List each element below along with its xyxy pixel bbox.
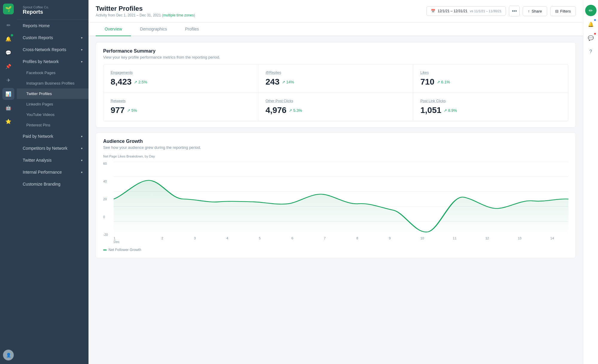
metric-other-clicks: Other Post Clicks 4,976 ↗ 5.3% (258, 93, 413, 121)
metric-label: Engagements (111, 71, 251, 75)
sidebar-item-twitter[interactable]: Twitter Profiles (17, 88, 89, 99)
page-title: Twitter Profiles (96, 5, 195, 13)
company-name: Sprout Coffee Co. (23, 5, 83, 9)
nav-tasks[interactable]: 📌 (2, 60, 14, 72)
chevron-icon: ▾ (81, 36, 83, 39)
metric-label: @Replies (266, 71, 406, 75)
header-actions: 📅 12/1/21 – 12/31/21 vs 11/1/21 – 11/30/… (426, 6, 576, 16)
sidebar-item-instagram[interactable]: Instagram Business Profiles (17, 78, 89, 88)
metric-change: ↗ 2.5% (134, 80, 147, 84)
chat-icon[interactable]: 💬 (585, 32, 597, 44)
sidebar: Sprout Coffee Co. Reports Reports Home C… (17, 0, 89, 364)
nav-favorites[interactable]: ⭐ (2, 115, 14, 127)
sidebar-item-internal[interactable]: Internal Performance ▾ (17, 166, 89, 178)
sidebar-item-facebook[interactable]: Facebook Pages (17, 68, 89, 78)
sidebar-item-competitors[interactable]: Competitors by Network ▾ (17, 142, 89, 154)
notification-dot (594, 19, 597, 22)
chevron-icon: ▾ (81, 159, 83, 162)
chevron-icon: ▾ (81, 147, 83, 150)
nav-reports[interactable]: 📊 (2, 88, 14, 100)
metric-value: 977 ↗ 5% (111, 105, 251, 115)
sidebar-item-youtube[interactable]: YouTube Videos (17, 109, 89, 120)
metric-label: Likes (420, 71, 561, 75)
nav-notifications[interactable]: 🔔 (2, 33, 14, 45)
user-avatar[interactable]: 👤 (3, 350, 14, 360)
sidebar-item-twitter-analysis[interactable]: Twitter Analysis ▾ (17, 154, 89, 166)
notification-badge (11, 34, 13, 36)
metric-change: ↗ 5.3% (289, 108, 302, 113)
metric-change: ↗ 6.1% (437, 80, 450, 84)
audience-growth-subtitle: See how your audience grew during the re… (103, 145, 568, 150)
y-axis: 60 40 20 0 -20 (103, 162, 114, 236)
metric-value: 710 ↗ 6.1% (420, 77, 561, 87)
share-button[interactable]: ↑ Share (523, 6, 547, 16)
section-title: Reports (23, 9, 83, 15)
performance-summary-subtitle: View your key profile performance metric… (103, 55, 568, 59)
metric-replies: @Replies 243 ↗ 14% (258, 65, 413, 93)
edit-button[interactable]: ✏ (585, 5, 597, 16)
metric-value: 8,423 ↗ 2.5% (111, 77, 251, 87)
chat-badge (594, 32, 597, 35)
sidebar-item-paid[interactable]: Paid by Network ▾ (17, 130, 89, 142)
nav-messages[interactable]: 💬 (2, 47, 14, 59)
chart-inner (114, 162, 568, 236)
content-area: Performance Summary View your key profil… (89, 36, 583, 364)
header-left: Twitter Profiles Activity from Dec 1, 20… (96, 5, 195, 17)
metric-engagements: Engagements 8,423 ↗ 2.5% (103, 65, 258, 93)
chart-area: 60 40 20 0 -20 (103, 162, 568, 245)
sidebar-header: Sprout Coffee Co. Reports (17, 0, 89, 20)
sidebar-item-linkedin[interactable]: LinkedIn Pages (17, 99, 89, 109)
line-chart-svg (114, 162, 568, 236)
metric-label: Post Link Clicks (420, 99, 561, 103)
calendar-icon: 📅 (431, 9, 435, 13)
nav-listening[interactable]: 🤖 (2, 102, 14, 114)
tab-demographics[interactable]: Demographics (131, 22, 176, 36)
metric-value: 1,051 ↗ 8.9% (420, 105, 561, 115)
nav-compose[interactable]: ✏ (2, 19, 14, 31)
nav-publishing[interactable]: ✈ (2, 74, 14, 86)
tab-overview[interactable]: Overview (96, 22, 131, 36)
sidebar-item-pinterest[interactable]: Pinterest Pins (17, 120, 89, 130)
legend-color (103, 250, 107, 250)
metric-label: Retweets (111, 99, 251, 103)
metric-value: 4,976 ↗ 5.3% (266, 105, 406, 115)
metric-change: ↗ 14% (282, 80, 294, 84)
filter-icon: ⊟ (555, 9, 559, 13)
sidebar-item-reports-home[interactable]: Reports Home (17, 20, 89, 32)
metric-label: Other Post Clicks (266, 99, 406, 103)
performance-summary-card: Performance Summary View your key profil… (96, 42, 576, 128)
tab-bar: Overview Demographics Profiles (89, 22, 583, 36)
audience-growth-title: Audience Growth (103, 139, 568, 144)
metric-change: ↗ 8.9% (444, 108, 457, 113)
metric-likes: Likes 710 ↗ 6.1% (413, 65, 568, 93)
chevron-icon: ▾ (81, 171, 83, 174)
sidebar-item-profiles-by-network[interactable]: Profiles by Network ▾ (17, 56, 89, 68)
sidebar-item-cross-network[interactable]: Cross-Network Reports ▾ (17, 44, 89, 56)
x-axis: 1Dec 2 3 4 5 6 7 8 9 10 11 12 13 14 (114, 236, 568, 245)
chevron-icon: ▾ (81, 135, 83, 138)
sidebar-item-custom-reports[interactable]: Custom Reports ▾ (17, 32, 89, 44)
legend-item-follower-growth: Net Follower Growth (103, 248, 141, 252)
metric-retweets: Retweets 977 ↗ 5% (103, 93, 258, 121)
main-header: Twitter Profiles Activity from Dec 1, 20… (89, 0, 583, 22)
audience-growth-card: Audience Growth See how your audience gr… (96, 132, 576, 258)
help-icon[interactable]: ? (585, 46, 597, 57)
chart-label: Net Page Likes Breakdown, by Day (103, 155, 568, 158)
chart-legend: Net Follower Growth (103, 248, 568, 252)
share-icon: ↑ (528, 9, 530, 13)
metric-value: 243 ↗ 14% (266, 77, 406, 87)
app-logo: 🌱 (3, 4, 14, 14)
filters-button[interactable]: ⊟ Filters (550, 6, 576, 16)
more-options-button[interactable]: ••• (509, 6, 520, 16)
sidebar-item-branding[interactable]: Customize Branding (17, 178, 89, 190)
main-content: Twitter Profiles Activity from Dec 1, 20… (89, 0, 583, 364)
icon-rail: 🌱 ✏ 🔔 💬 📌 ✈ 📊 🤖 ⭐ 👤 (0, 0, 17, 364)
tab-profiles[interactable]: Profiles (176, 22, 208, 36)
right-rail: ✏ 🔔 💬 ? (583, 0, 598, 364)
metrics-grid: Engagements 8,423 ↗ 2.5% @Replies 243 ↗ … (103, 64, 568, 121)
date-range-button[interactable]: 📅 12/1/21 – 12/31/21 vs 11/1/21 – 11/30/… (426, 6, 506, 16)
subtitle: Activity from Dec 1, 2021 – Dec 31, 2021… (96, 13, 195, 17)
chevron-icon: ▾ (81, 60, 83, 63)
notifications-icon[interactable]: 🔔 (585, 19, 597, 30)
performance-summary-title: Performance Summary (103, 48, 568, 54)
